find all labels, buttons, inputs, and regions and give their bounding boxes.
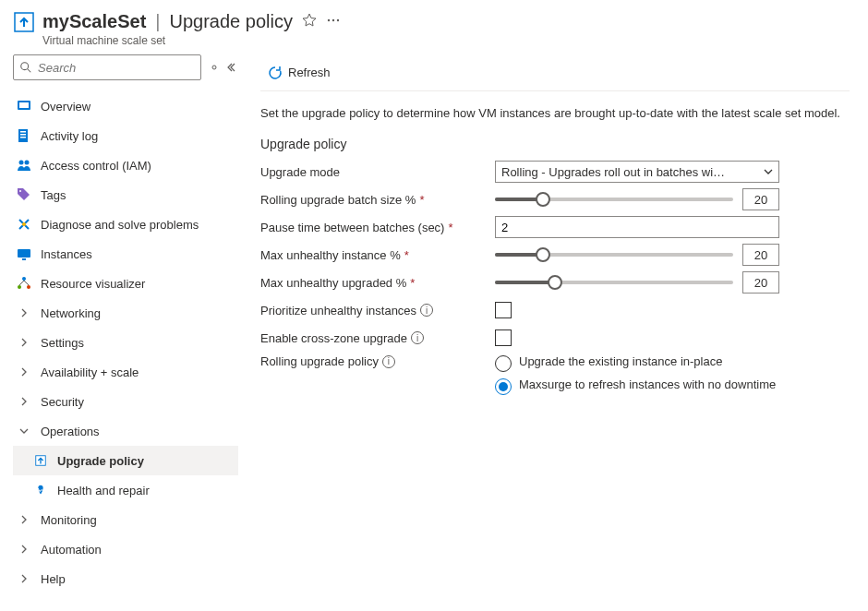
title-separator: | — [155, 11, 160, 32]
nav-activity-log[interactable]: Activity log — [13, 121, 238, 150]
svg-rect-10 — [20, 131, 26, 133]
nav-label: Monitoring — [41, 513, 97, 527]
chevron-right-icon — [17, 335, 31, 350]
visualizer-icon — [17, 276, 31, 291]
access-control-icon — [17, 158, 31, 173]
nav-label: Activity log — [41, 129, 98, 143]
radio-maxsurge[interactable]: Maxsurge to refresh instances with no do… — [495, 377, 776, 395]
svg-line-5 — [28, 69, 31, 73]
label-prioritize: Prioritize unhealthy instances i — [260, 304, 495, 317]
info-icon[interactable]: i — [382, 355, 395, 368]
collapse-icon[interactable] — [227, 62, 238, 73]
svg-point-13 — [19, 161, 24, 165]
nav-availability[interactable]: Availability + scale — [13, 357, 238, 387]
info-icon[interactable]: i — [411, 331, 424, 344]
nav-diagnose[interactable]: Diagnose and solve problems — [13, 210, 238, 239]
checkbox-cross-zone[interactable] — [495, 329, 512, 346]
nav-health-repair[interactable]: Health and repair — [13, 475, 238, 505]
nav-label: Diagnose and solve problems — [41, 218, 199, 232]
label-rolling-policy: Rolling upgrade policy i — [260, 354, 495, 368]
radio-inplace[interactable]: Upgrade the existing instance in-place — [495, 354, 776, 372]
nav-label: Instances — [41, 247, 92, 261]
radio-icon — [495, 378, 512, 395]
svg-point-6 — [212, 66, 216, 69]
search-input-wrapper[interactable] — [13, 54, 201, 80]
svg-point-16 — [22, 222, 26, 226]
health-repair-icon — [33, 483, 48, 497]
checkbox-prioritize[interactable] — [495, 302, 512, 318]
value-max-unhealthy-upgraded: 20 — [742, 271, 779, 294]
search-icon — [19, 61, 32, 74]
nav-label: Overview — [41, 100, 90, 114]
favorite-icon[interactable] — [302, 13, 317, 30]
refresh-icon — [268, 66, 283, 80]
chevron-right-icon — [17, 306, 31, 320]
label-cross-zone: Enable cross-zone upgrade i — [260, 331, 495, 345]
svg-point-19 — [22, 277, 26, 281]
nav-label: Resource visualizer — [41, 277, 145, 291]
sidebar: Overview Activity log Access control (IA… — [0, 54, 242, 593]
activity-log-icon — [17, 128, 31, 143]
slider-batch-size[interactable] — [495, 190, 733, 209]
value-batch-size: 20 — [742, 188, 779, 210]
nav-networking[interactable]: Networking — [13, 298, 238, 328]
nav-security[interactable]: Security — [13, 387, 238, 416]
nav-label: Help — [41, 572, 66, 586]
nav-upgrade-policy[interactable]: Upgrade policy — [13, 446, 238, 475]
svg-point-2 — [332, 19, 334, 21]
radio-icon — [495, 355, 512, 372]
select-value: Rolling - Upgrades roll out in batches w… — [501, 165, 725, 179]
toolbar: Refresh — [260, 54, 850, 91]
nav-label: Networking — [41, 306, 101, 320]
svg-point-4 — [21, 63, 29, 70]
nav-tags[interactable]: Tags — [13, 180, 238, 210]
nav-label: Tags — [41, 188, 66, 202]
svg-rect-18 — [22, 258, 26, 260]
label-max-unhealthy-upgraded: Max unhealthy upgraded % * — [260, 276, 495, 290]
svg-point-21 — [27, 285, 30, 289]
nav-instances[interactable]: Instances — [13, 239, 238, 269]
nav-label: Availability + scale — [41, 365, 139, 379]
nav-operations[interactable]: Operations — [13, 416, 238, 446]
svg-rect-8 — [19, 102, 29, 108]
nav-help[interactable]: Help — [13, 564, 238, 593]
svg-point-15 — [19, 190, 21, 192]
info-icon[interactable]: i — [420, 304, 433, 317]
page-title: Upgrade policy — [170, 11, 293, 32]
nav-resource-visualizer[interactable]: Resource visualizer — [13, 269, 238, 298]
description: Set the upgrade policy to determine how … — [260, 106, 850, 120]
tags-icon — [17, 187, 31, 202]
svg-point-3 — [337, 19, 339, 21]
label-max-unhealthy: Max unhealthy instance % * — [260, 248, 495, 262]
nav-settings[interactable]: Settings — [13, 328, 238, 357]
svg-line-23 — [24, 281, 29, 285]
nav-automation[interactable]: Automation — [13, 534, 238, 564]
nav-access-control[interactable]: Access control (IAM) — [13, 150, 238, 180]
resource-icon — [13, 11, 35, 33]
instances-icon — [17, 246, 31, 261]
slider-max-unhealthy[interactable] — [495, 246, 733, 264]
nav-overview[interactable]: Overview — [13, 91, 238, 121]
input-pause-time[interactable] — [495, 216, 779, 238]
label-batch-size: Rolling upgrade batch size % * — [260, 193, 495, 207]
refresh-button[interactable]: Refresh — [260, 62, 338, 84]
radio-label: Upgrade the existing instance in-place — [519, 354, 722, 368]
svg-rect-11 — [20, 134, 26, 136]
select-upgrade-mode[interactable]: Rolling - Upgrades roll out in batches w… — [495, 161, 779, 183]
label-pause-time: Pause time between batches (sec) * — [260, 221, 495, 234]
svg-point-1 — [328, 19, 330, 21]
resource-title: myScaleSet — [42, 11, 146, 32]
main-content: Refresh Set the upgrade policy to determ… — [242, 54, 868, 593]
nav-label: Security — [41, 395, 84, 409]
overview-icon — [17, 99, 31, 114]
chevron-right-icon — [17, 571, 31, 586]
svg-rect-12 — [20, 137, 26, 138]
chevron-right-icon — [17, 394, 31, 409]
more-icon[interactable] — [326, 13, 341, 30]
search-input[interactable] — [38, 61, 195, 75]
value-max-unhealthy: 20 — [742, 244, 779, 266]
slider-max-unhealthy-upgraded[interactable] — [495, 273, 733, 292]
pin-icon[interactable] — [209, 62, 220, 73]
nav-label: Access control (IAM) — [41, 159, 151, 173]
nav-monitoring[interactable]: Monitoring — [13, 505, 238, 534]
